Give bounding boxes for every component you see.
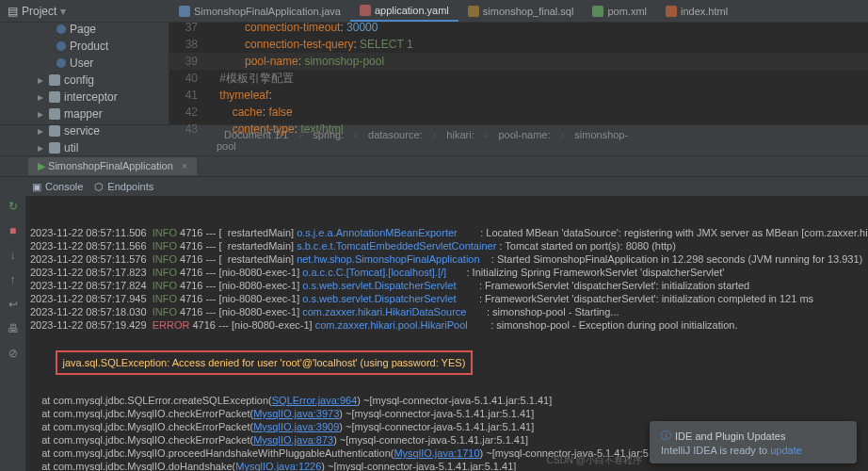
editor-tab[interactable]: index.html [656,1,737,22]
tree-label: service [64,124,100,138]
folder-icon [49,108,60,120]
expand-icon[interactable]: ▸ [38,124,45,138]
line-number: 40 [169,70,207,87]
folder-icon [49,74,60,86]
log-line: 2023-11-22 08:57:17.824 INFO 4716 --- [n… [30,279,864,292]
log-line: 2023-11-22 08:57:11.566 INFO 4716 --- [ … [30,239,864,252]
log-line: 2023-11-22 08:57:11.506 INFO 4716 --- [ … [30,226,864,239]
expand-icon[interactable]: ▸ [38,107,45,121]
print-button[interactable]: 🖶 [6,322,21,337]
tab-label: pom.xml [607,6,647,17]
console-icon: ▣ [32,181,41,193]
up-button[interactable]: ↑ [6,273,21,288]
line-number: 41 [169,87,207,104]
tree-item[interactable]: Product [0,38,169,55]
console-gutter: ↻ ■ ↓ ↑ ↩ 🖶 ⊘ [0,196,26,471]
close-icon[interactable]: × [182,160,187,171]
line-number: 38 [169,36,207,53]
rerun-button[interactable]: ↻ [6,200,21,215]
endpoints-tab-label: Endpoints [107,181,153,192]
run-icon: ▶ [38,160,45,171]
log-line: 2023-11-22 08:57:11.576 INFO 4716 --- [ … [30,252,864,266]
tab-label: SimonshopFinalApplication.java [194,6,341,17]
project-icon: ▤ [8,5,18,18]
tree-label: User [70,57,93,70]
expand-icon[interactable]: ▸ [38,73,45,87]
editor-tab[interactable]: SimonshopFinalApplication.java [169,1,350,22]
source-link[interactable]: MysqlIO.java:3909 [253,421,339,432]
tree-label: mapper [64,107,103,121]
breadcrumb-item[interactable]: hikari: [446,129,474,140]
stop-button[interactable]: ■ [6,224,21,239]
watermark: CSDN @小白不卷程序 [547,454,642,467]
line-number: 39 [169,53,207,70]
stack-line: at com.mysql.jdbc.SQLError.createSQLExce… [30,394,864,407]
console-tab-label: Console [45,181,83,192]
tree-item[interactable]: ▸config [0,72,169,89]
code-line[interactable]: 38 connection-test-query: SELECT 1 [169,36,868,53]
line-number: 43 [169,121,207,138]
tab-label: index.html [681,6,728,17]
code-line[interactable]: 39 pool-name: simonshop-pool [169,53,868,70]
notif-msg: IntelliJ IDEA is ready to [661,445,770,456]
console-tab[interactable]: ▣ Console [32,181,83,193]
code-line[interactable]: 41 thymeleaf: [169,87,868,104]
expand-icon[interactable]: ▸ [38,141,45,154]
code-line[interactable]: 40 #模板引擎配置 [169,70,868,87]
breadcrumb-item[interactable]: spring: [313,129,344,140]
dropdown-icon: ▾ [60,5,66,18]
class-icon [56,58,66,68]
editor-tab[interactable]: application.yaml [350,1,458,22]
tree-label: config [64,73,94,87]
source-link[interactable]: SQLError.java:964 [272,395,358,406]
tree-label: Page [70,23,96,36]
stack-line: at com.mysql.jdbc.MysqlIO.checkErrorPack… [30,407,864,420]
tree-label: interceptor [64,90,118,104]
project-tool-label[interactable]: ▤ Project ▾ [8,5,66,18]
project-label-text: Project [22,5,56,18]
folder-icon [49,91,60,103]
endpoints-tab[interactable]: ⬡ Endpoints [94,181,153,193]
breadcrumb-item[interactable]: Document 1/1 [224,129,288,140]
breadcrumb-item[interactable]: pool-name: [498,129,550,140]
code-line[interactable]: 42 cache: false [169,104,868,121]
run-window-tabs: ▶ SimonshopFinalApplication × [0,156,868,177]
tree-label: Product [70,40,108,53]
run-toolbar: ▣ Console ⬡ Endpoints [0,177,868,196]
tree-item[interactable]: ▸interceptor [0,89,169,106]
editor-tab[interactable]: simonshop_final.sql [458,1,584,22]
tab-label: application.yaml [375,5,449,16]
file-icon [179,6,190,17]
tree-item[interactable]: ▸mapper [0,106,169,122]
run-tab-label: SimonshopFinalApplication [48,160,173,171]
exception-text: java.sql.SQLException: Access denied for… [63,357,466,368]
source-link[interactable]: MysqlIO.java:873 [253,434,333,446]
class-icon [56,24,66,34]
source-link[interactable]: MysqlIO.java:1226 [235,461,321,471]
tree-item[interactable]: User [0,55,169,72]
file-icon [666,6,677,17]
run-tab[interactable]: ▶ SimonshopFinalApplication × [28,157,197,175]
source-link[interactable]: MysqlIO.java:1710 [394,447,479,459]
breadcrumb-item[interactable]: datasource: [368,129,422,140]
clear-button[interactable]: ⊘ [6,347,21,362]
source-link[interactable]: MysqlIO.java:3973 [253,408,339,419]
log-line: 2023-11-22 08:57:18.030 INFO 4716 --- [n… [30,305,864,318]
down-button[interactable]: ↓ [6,249,21,264]
log-line: 2023-11-22 08:57:17.823 INFO 4716 --- [n… [30,266,864,279]
tree-item[interactable]: ▸util [0,139,169,156]
folder-icon [49,125,60,137]
wrap-button[interactable]: ↩ [6,298,21,313]
class-icon [56,41,66,51]
info-icon: ⓘ [661,429,671,443]
tree-item[interactable]: Page [0,21,169,38]
folder-icon [49,142,60,154]
tree-item[interactable]: ▸service [0,122,169,139]
notif-link[interactable]: update [770,445,802,456]
line-number: 42 [169,104,207,121]
expand-icon[interactable]: ▸ [38,90,45,104]
editor-tab[interactable]: pom.xml [583,1,656,22]
update-notification[interactable]: ⓘ IDE and Plugin Updates IntelliJ IDEA i… [650,421,857,463]
log-line: 2023-11-22 08:57:17.945 INFO 4716 --- [n… [30,292,864,305]
notif-title: ⓘ IDE and Plugin Updates [661,429,845,443]
